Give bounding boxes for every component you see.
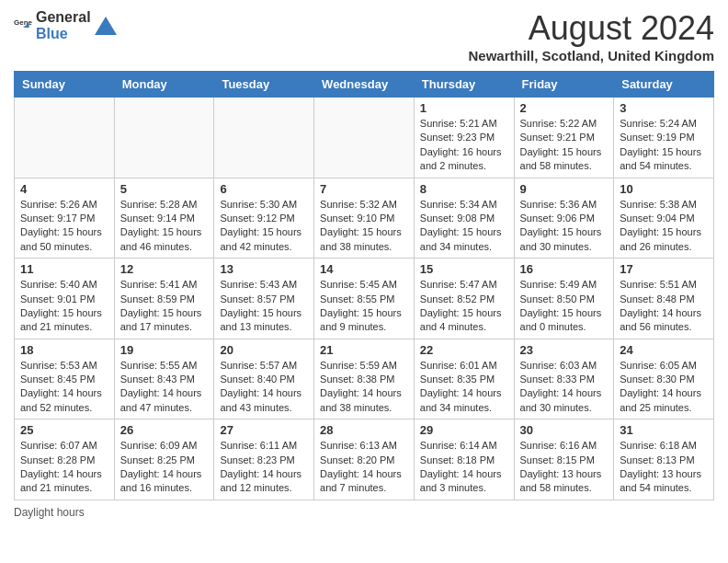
logo-general: General bbox=[36, 9, 91, 26]
day-info: Sunrise: 5:55 AM Sunset: 8:43 PM Dayligh… bbox=[120, 359, 209, 416]
day-info: Sunrise: 5:21 AM Sunset: 9:23 PM Dayligh… bbox=[420, 117, 508, 174]
day-info: Sunrise: 6:03 AM Sunset: 8:33 PM Dayligh… bbox=[520, 359, 609, 416]
main-title: August 2024 bbox=[468, 9, 714, 48]
calendar-cell: 16Sunrise: 5:49 AM Sunset: 8:50 PM Dayli… bbox=[514, 259, 614, 339]
day-number: 13 bbox=[220, 262, 308, 276]
day-number: 23 bbox=[520, 343, 609, 357]
day-info: Sunrise: 6:18 AM Sunset: 8:13 PM Dayligh… bbox=[620, 439, 708, 496]
day-info: Sunrise: 5:22 AM Sunset: 9:21 PM Dayligh… bbox=[520, 117, 609, 174]
calendar-table: SundayMondayTuesdayWednesdayThursdayFrid… bbox=[14, 71, 714, 500]
day-number: 25 bbox=[20, 423, 108, 437]
calendar-cell: 23Sunrise: 6:03 AM Sunset: 8:33 PM Dayli… bbox=[514, 339, 614, 419]
day-number: 3 bbox=[620, 101, 708, 115]
day-number: 7 bbox=[320, 182, 408, 196]
day-info: Sunrise: 6:16 AM Sunset: 8:15 PM Dayligh… bbox=[520, 439, 609, 496]
calendar-header-row: SundayMondayTuesdayWednesdayThursdayFrid… bbox=[15, 72, 714, 98]
day-info: Sunrise: 5:51 AM Sunset: 8:48 PM Dayligh… bbox=[620, 278, 708, 335]
day-number: 18 bbox=[20, 343, 108, 357]
calendar-cell: 30Sunrise: 6:16 AM Sunset: 8:15 PM Dayli… bbox=[514, 419, 614, 500]
column-header-thursday: Thursday bbox=[414, 72, 514, 98]
calendar-cell: 24Sunrise: 6:05 AM Sunset: 8:30 PM Dayli… bbox=[614, 339, 714, 419]
logo-icon: General bbox=[14, 17, 32, 35]
day-info: Sunrise: 6:01 AM Sunset: 8:35 PM Dayligh… bbox=[420, 359, 508, 416]
day-info: Sunrise: 5:53 AM Sunset: 8:45 PM Dayligh… bbox=[20, 359, 108, 416]
day-number: 4 bbox=[20, 182, 108, 196]
calendar-cell: 10Sunrise: 5:38 AM Sunset: 9:04 PM Dayli… bbox=[614, 178, 714, 259]
calendar-cell: 26Sunrise: 6:09 AM Sunset: 8:25 PM Dayli… bbox=[114, 419, 214, 500]
week-row-2: 4Sunrise: 5:26 AM Sunset: 9:17 PM Daylig… bbox=[15, 178, 714, 259]
day-info: Sunrise: 6:11 AM Sunset: 8:23 PM Dayligh… bbox=[220, 439, 308, 496]
day-number: 10 bbox=[620, 182, 708, 196]
day-number: 26 bbox=[120, 423, 209, 437]
day-info: Sunrise: 5:24 AM Sunset: 9:19 PM Dayligh… bbox=[620, 117, 708, 174]
day-info: Sunrise: 5:28 AM Sunset: 9:14 PM Dayligh… bbox=[120, 198, 209, 255]
column-header-sunday: Sunday bbox=[15, 72, 115, 98]
calendar-cell: 6Sunrise: 5:30 AM Sunset: 9:12 PM Daylig… bbox=[214, 178, 314, 259]
column-header-monday: Monday bbox=[114, 72, 214, 98]
day-info: Sunrise: 5:41 AM Sunset: 8:59 PM Dayligh… bbox=[120, 278, 209, 335]
title-area: August 2024 Newarthill, Scotland, United… bbox=[468, 9, 714, 63]
calendar-cell: 4Sunrise: 5:26 AM Sunset: 9:17 PM Daylig… bbox=[15, 178, 115, 259]
column-header-friday: Friday bbox=[514, 72, 614, 98]
column-header-wednesday: Wednesday bbox=[314, 72, 415, 98]
day-number: 9 bbox=[520, 182, 609, 196]
footer-note: Daylight hours bbox=[14, 506, 714, 519]
calendar-cell bbox=[15, 98, 115, 178]
calendar-cell: 8Sunrise: 5:34 AM Sunset: 9:08 PM Daylig… bbox=[414, 178, 514, 259]
calendar-cell: 28Sunrise: 6:13 AM Sunset: 8:20 PM Dayli… bbox=[314, 419, 415, 500]
calendar-cell: 9Sunrise: 5:36 AM Sunset: 9:06 PM Daylig… bbox=[514, 178, 614, 259]
calendar-cell bbox=[214, 98, 314, 178]
calendar-cell: 13Sunrise: 5:43 AM Sunset: 8:57 PM Dayli… bbox=[214, 259, 314, 339]
column-header-tuesday: Tuesday bbox=[214, 72, 314, 98]
calendar-cell: 12Sunrise: 5:41 AM Sunset: 8:59 PM Dayli… bbox=[114, 259, 214, 339]
day-number: 19 bbox=[120, 343, 209, 357]
day-info: Sunrise: 5:36 AM Sunset: 9:06 PM Dayligh… bbox=[520, 198, 609, 255]
day-info: Sunrise: 6:09 AM Sunset: 8:25 PM Dayligh… bbox=[120, 439, 209, 496]
calendar-cell: 3Sunrise: 5:24 AM Sunset: 9:19 PM Daylig… bbox=[614, 98, 714, 178]
day-number: 20 bbox=[220, 343, 308, 357]
day-number: 31 bbox=[620, 423, 708, 437]
header: General General Blue August 2024 Newarth… bbox=[14, 9, 714, 63]
day-number: 11 bbox=[20, 262, 108, 276]
calendar-cell: 19Sunrise: 5:55 AM Sunset: 8:43 PM Dayli… bbox=[114, 339, 214, 419]
day-number: 30 bbox=[520, 423, 609, 437]
calendar-cell bbox=[114, 98, 214, 178]
logo: General General Blue bbox=[14, 9, 117, 41]
calendar-cell: 11Sunrise: 5:40 AM Sunset: 9:01 PM Dayli… bbox=[15, 259, 115, 339]
day-info: Sunrise: 5:59 AM Sunset: 8:38 PM Dayligh… bbox=[320, 359, 408, 416]
day-number: 1 bbox=[420, 101, 508, 115]
week-row-5: 25Sunrise: 6:07 AM Sunset: 8:28 PM Dayli… bbox=[15, 419, 714, 500]
day-info: Sunrise: 5:45 AM Sunset: 8:55 PM Dayligh… bbox=[320, 278, 408, 335]
calendar-cell: 15Sunrise: 5:47 AM Sunset: 8:52 PM Dayli… bbox=[414, 259, 514, 339]
svg-marker-2 bbox=[95, 17, 117, 35]
day-number: 8 bbox=[420, 182, 508, 196]
calendar-cell: 17Sunrise: 5:51 AM Sunset: 8:48 PM Dayli… bbox=[614, 259, 714, 339]
logo-blue: Blue bbox=[36, 26, 91, 42]
calendar-header: SundayMondayTuesdayWednesdayThursdayFrid… bbox=[15, 72, 714, 98]
calendar-cell: 29Sunrise: 6:14 AM Sunset: 8:18 PM Dayli… bbox=[414, 419, 514, 500]
day-info: Sunrise: 5:49 AM Sunset: 8:50 PM Dayligh… bbox=[520, 278, 609, 335]
calendar-cell: 31Sunrise: 6:18 AM Sunset: 8:13 PM Dayli… bbox=[614, 419, 714, 500]
day-info: Sunrise: 6:05 AM Sunset: 8:30 PM Dayligh… bbox=[620, 359, 708, 416]
calendar-cell: 21Sunrise: 5:59 AM Sunset: 8:38 PM Dayli… bbox=[314, 339, 415, 419]
calendar-cell: 2Sunrise: 5:22 AM Sunset: 9:21 PM Daylig… bbox=[514, 98, 614, 178]
calendar-body: 1Sunrise: 5:21 AM Sunset: 9:23 PM Daylig… bbox=[15, 98, 714, 500]
day-number: 15 bbox=[420, 262, 508, 276]
day-info: Sunrise: 5:38 AM Sunset: 9:04 PM Dayligh… bbox=[620, 198, 708, 255]
day-info: Sunrise: 5:47 AM Sunset: 8:52 PM Dayligh… bbox=[420, 278, 508, 335]
column-header-saturday: Saturday bbox=[614, 72, 714, 98]
calendar-cell: 20Sunrise: 5:57 AM Sunset: 8:40 PM Dayli… bbox=[214, 339, 314, 419]
day-number: 2 bbox=[520, 101, 609, 115]
calendar-cell: 25Sunrise: 6:07 AM Sunset: 8:28 PM Dayli… bbox=[15, 419, 115, 500]
subtitle: Newarthill, Scotland, United Kingdom bbox=[468, 48, 714, 63]
week-row-4: 18Sunrise: 5:53 AM Sunset: 8:45 PM Dayli… bbox=[15, 339, 714, 419]
calendar-cell: 7Sunrise: 5:32 AM Sunset: 9:10 PM Daylig… bbox=[314, 178, 415, 259]
day-number: 16 bbox=[520, 262, 609, 276]
calendar-cell: 27Sunrise: 6:11 AM Sunset: 8:23 PM Dayli… bbox=[214, 419, 314, 500]
day-number: 6 bbox=[220, 182, 308, 196]
day-number: 21 bbox=[320, 343, 408, 357]
day-number: 22 bbox=[420, 343, 508, 357]
week-row-3: 11Sunrise: 5:40 AM Sunset: 9:01 PM Dayli… bbox=[15, 259, 714, 339]
logo-triangle-icon bbox=[95, 15, 117, 37]
calendar-cell: 22Sunrise: 6:01 AM Sunset: 8:35 PM Dayli… bbox=[414, 339, 514, 419]
